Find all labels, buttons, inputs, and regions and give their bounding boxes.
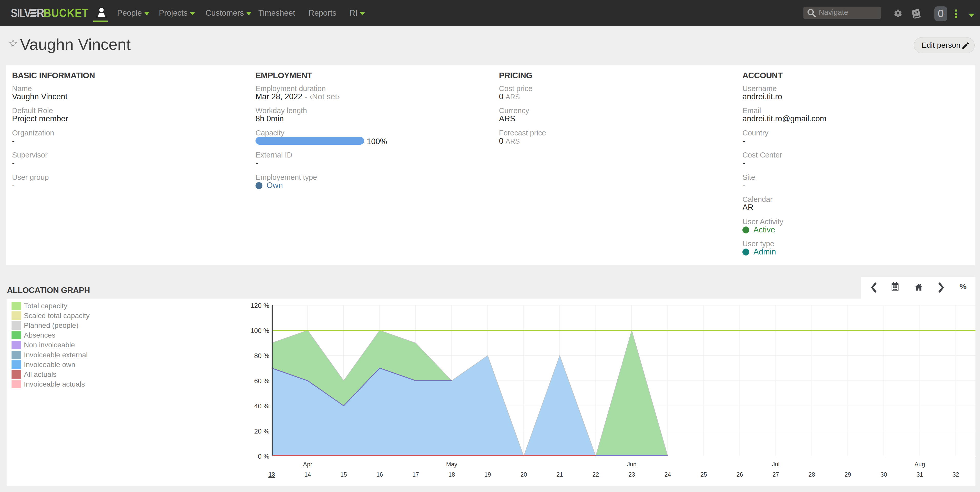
- svg-text:24: 24: [665, 471, 671, 478]
- svg-text:120 %: 120 %: [250, 302, 269, 309]
- svg-text:16: 16: [377, 471, 383, 478]
- svg-text:80 %: 80 %: [254, 352, 269, 359]
- svg-text:29: 29: [845, 471, 851, 478]
- svg-text:18: 18: [449, 471, 455, 478]
- svg-text:28: 28: [808, 471, 815, 478]
- svg-text:May: May: [446, 461, 457, 468]
- svg-text:25: 25: [700, 471, 707, 478]
- svg-text:Apr: Apr: [303, 461, 312, 468]
- svg-text:21: 21: [556, 471, 563, 478]
- svg-text:17: 17: [412, 471, 419, 478]
- svg-text:14: 14: [304, 471, 311, 478]
- svg-text:19: 19: [484, 471, 491, 478]
- svg-text:22: 22: [592, 471, 599, 478]
- svg-text:Jun: Jun: [627, 461, 636, 468]
- svg-text:0 %: 0 %: [258, 452, 269, 460]
- svg-text:100 %: 100 %: [250, 327, 269, 334]
- svg-text:Aug: Aug: [915, 461, 925, 468]
- svg-text:26: 26: [737, 471, 743, 478]
- svg-text:20 %: 20 %: [254, 427, 269, 435]
- svg-text:13: 13: [268, 471, 275, 478]
- svg-text:27: 27: [772, 471, 779, 478]
- svg-text:30: 30: [881, 471, 887, 478]
- svg-text:32: 32: [953, 471, 959, 478]
- svg-text:31: 31: [916, 471, 923, 478]
- svg-text:40 %: 40 %: [254, 402, 269, 410]
- svg-text:20: 20: [520, 471, 527, 478]
- svg-text:15: 15: [340, 471, 347, 478]
- svg-text:23: 23: [628, 471, 635, 478]
- svg-text:60 %: 60 %: [254, 377, 269, 385]
- svg-text:Jul: Jul: [772, 461, 780, 468]
